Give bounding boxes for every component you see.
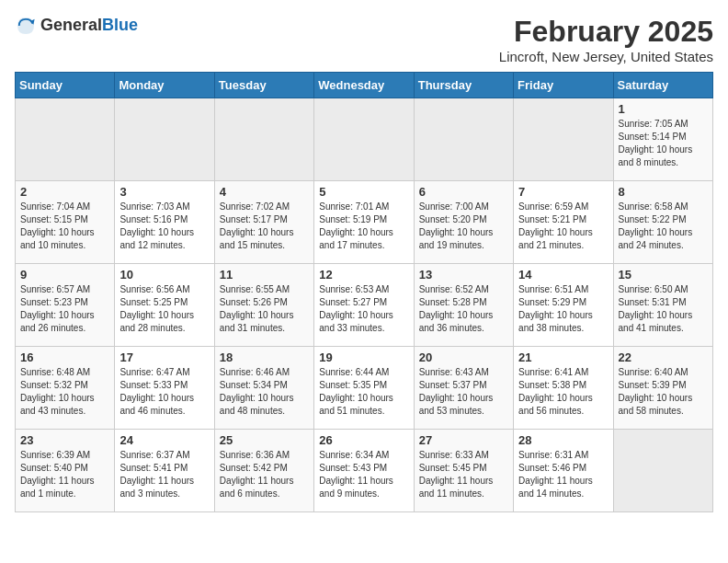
day-info: Sunrise: 6:57 AMSunset: 5:23 PMDaylight:…	[20, 283, 109, 335]
day-info: Sunrise: 6:47 AMSunset: 5:33 PMDaylight:…	[119, 366, 209, 418]
day-info: Sunrise: 6:44 AMSunset: 5:35 PMDaylight:…	[319, 366, 408, 418]
day-info: Sunrise: 6:33 AMSunset: 5:45 PMDaylight:…	[419, 449, 508, 500]
day-info: Sunrise: 7:05 AMSunset: 5:14 PMDaylight:…	[619, 118, 708, 169]
logo-general-text: General	[40, 16, 102, 34]
day-number: 28	[518, 433, 608, 447]
weekday-header-monday: Monday	[115, 73, 214, 98]
calendar-cell: 22Sunrise: 6:40 AMSunset: 5:39 PMDayligh…	[613, 347, 712, 430]
location-title: Lincroft, New Jersey, United States	[499, 49, 713, 64]
day-info: Sunrise: 6:58 AMSunset: 5:22 PMDaylight:…	[619, 201, 708, 252]
calendar-cell	[214, 98, 313, 181]
calendar-cell: 19Sunrise: 6:44 AMSunset: 5:35 PMDayligh…	[314, 347, 414, 430]
day-info: Sunrise: 6:37 AMSunset: 5:41 PMDaylight:…	[119, 449, 209, 500]
day-info: Sunrise: 6:48 AMSunset: 5:32 PMDaylight:…	[20, 366, 109, 418]
calendar-cell: 9Sunrise: 6:57 AMSunset: 5:23 PMDaylight…	[16, 264, 115, 347]
day-number: 10	[119, 268, 209, 282]
day-number: 20	[419, 350, 508, 364]
logo-blue-text: Blue	[102, 16, 138, 34]
calendar-cell: 14Sunrise: 6:51 AMSunset: 5:29 PMDayligh…	[514, 264, 613, 347]
calendar-cell: 18Sunrise: 6:46 AMSunset: 5:34 PMDayligh…	[214, 347, 313, 430]
day-info: Sunrise: 6:40 AMSunset: 5:39 PMDaylight:…	[619, 366, 708, 418]
calendar-cell	[414, 98, 513, 181]
calendar-cell: 6Sunrise: 7:00 AMSunset: 5:20 PMDaylight…	[414, 181, 513, 264]
day-number: 15	[619, 268, 708, 282]
day-number: 16	[20, 350, 109, 364]
month-title: February 2025	[499, 15, 713, 49]
day-number: 8	[619, 185, 708, 199]
weekday-header-thursday: Thursday	[414, 73, 513, 98]
calendar-cell: 27Sunrise: 6:33 AMSunset: 5:45 PMDayligh…	[414, 430, 513, 512]
calendar-cell: 8Sunrise: 6:58 AMSunset: 5:22 PMDaylight…	[613, 181, 712, 264]
day-number: 23	[20, 433, 109, 447]
day-number: 18	[220, 350, 309, 364]
day-number: 11	[220, 268, 309, 282]
title-section: February 2025 Lincroft, New Jersey, Unit…	[499, 15, 713, 64]
day-info: Sunrise: 6:55 AMSunset: 5:26 PMDaylight:…	[220, 283, 309, 335]
day-info: Sunrise: 7:03 AMSunset: 5:16 PMDaylight:…	[119, 201, 209, 252]
calendar-cell: 21Sunrise: 6:41 AMSunset: 5:38 PMDayligh…	[514, 347, 613, 430]
week-row-2: 2Sunrise: 7:04 AMSunset: 5:15 PMDaylight…	[16, 181, 713, 264]
logo: GeneralBlue	[15, 15, 138, 37]
weekday-header-tuesday: Tuesday	[214, 73, 313, 98]
day-info: Sunrise: 6:36 AMSunset: 5:42 PMDaylight:…	[220, 449, 309, 500]
day-number: 4	[220, 185, 309, 199]
calendar-cell: 28Sunrise: 6:31 AMSunset: 5:46 PMDayligh…	[514, 430, 613, 512]
day-number: 27	[419, 433, 508, 447]
calendar-cell: 15Sunrise: 6:50 AMSunset: 5:31 PMDayligh…	[613, 264, 712, 347]
day-number: 2	[20, 185, 109, 199]
calendar-cell: 2Sunrise: 7:04 AMSunset: 5:15 PMDaylight…	[16, 181, 115, 264]
day-info: Sunrise: 6:50 AMSunset: 5:31 PMDaylight:…	[619, 283, 708, 335]
calendar-cell	[514, 98, 613, 181]
day-info: Sunrise: 6:41 AMSunset: 5:38 PMDaylight:…	[518, 366, 608, 418]
day-info: Sunrise: 6:39 AMSunset: 5:40 PMDaylight:…	[20, 449, 109, 500]
week-row-5: 23Sunrise: 6:39 AMSunset: 5:40 PMDayligh…	[16, 430, 713, 512]
day-info: Sunrise: 6:34 AMSunset: 5:43 PMDaylight:…	[319, 449, 408, 500]
day-number: 25	[220, 433, 309, 447]
day-info: Sunrise: 7:04 AMSunset: 5:15 PMDaylight:…	[20, 201, 109, 252]
calendar-cell: 13Sunrise: 6:52 AMSunset: 5:28 PMDayligh…	[414, 264, 513, 347]
day-number: 3	[119, 185, 209, 199]
calendar-cell: 17Sunrise: 6:47 AMSunset: 5:33 PMDayligh…	[115, 347, 214, 430]
calendar-cell: 7Sunrise: 6:59 AMSunset: 5:21 PMDaylight…	[514, 181, 613, 264]
day-number: 14	[518, 268, 608, 282]
week-row-3: 9Sunrise: 6:57 AMSunset: 5:23 PMDaylight…	[16, 264, 713, 347]
day-info: Sunrise: 7:01 AMSunset: 5:19 PMDaylight:…	[319, 201, 408, 252]
day-number: 1	[619, 102, 708, 116]
day-number: 19	[319, 350, 408, 364]
calendar-cell	[115, 98, 214, 181]
day-number: 24	[119, 433, 209, 447]
day-number: 26	[319, 433, 408, 447]
day-info: Sunrise: 6:52 AMSunset: 5:28 PMDaylight:…	[419, 283, 508, 335]
page-header: GeneralBlue February 2025 Lincroft, New …	[15, 15, 713, 64]
weekday-header-row: SundayMondayTuesdayWednesdayThursdayFrid…	[16, 73, 713, 98]
day-number: 21	[518, 350, 608, 364]
calendar-cell: 25Sunrise: 6:36 AMSunset: 5:42 PMDayligh…	[214, 430, 313, 512]
day-number: 12	[319, 268, 408, 282]
day-info: Sunrise: 6:56 AMSunset: 5:25 PMDaylight:…	[119, 283, 209, 335]
calendar-cell: 1Sunrise: 7:05 AMSunset: 5:14 PMDaylight…	[613, 98, 712, 181]
day-number: 9	[20, 268, 109, 282]
weekday-header-saturday: Saturday	[613, 73, 712, 98]
day-number: 13	[419, 268, 508, 282]
day-number: 7	[518, 185, 608, 199]
calendar-cell: 4Sunrise: 7:02 AMSunset: 5:17 PMDaylight…	[214, 181, 313, 264]
day-info: Sunrise: 6:59 AMSunset: 5:21 PMDaylight:…	[518, 201, 608, 252]
day-info: Sunrise: 7:02 AMSunset: 5:17 PMDaylight:…	[220, 201, 309, 252]
calendar-cell	[16, 98, 115, 181]
day-number: 6	[419, 185, 508, 199]
day-info: Sunrise: 6:53 AMSunset: 5:27 PMDaylight:…	[319, 283, 408, 335]
calendar-cell: 16Sunrise: 6:48 AMSunset: 5:32 PMDayligh…	[16, 347, 115, 430]
day-info: Sunrise: 7:00 AMSunset: 5:20 PMDaylight:…	[419, 201, 508, 252]
weekday-header-sunday: Sunday	[16, 73, 115, 98]
calendar-table: SundayMondayTuesdayWednesdayThursdayFrid…	[15, 72, 713, 512]
calendar-cell: 11Sunrise: 6:55 AMSunset: 5:26 PMDayligh…	[214, 264, 313, 347]
day-number: 22	[619, 350, 708, 364]
day-number: 17	[119, 350, 209, 364]
weekday-header-friday: Friday	[514, 73, 613, 98]
week-row-1: 1Sunrise: 7:05 AMSunset: 5:14 PMDaylight…	[16, 98, 713, 181]
calendar-cell: 3Sunrise: 7:03 AMSunset: 5:16 PMDaylight…	[115, 181, 214, 264]
calendar-cell: 5Sunrise: 7:01 AMSunset: 5:19 PMDaylight…	[314, 181, 414, 264]
day-info: Sunrise: 6:43 AMSunset: 5:37 PMDaylight:…	[419, 366, 508, 418]
day-info: Sunrise: 6:46 AMSunset: 5:34 PMDaylight:…	[220, 366, 309, 418]
day-info: Sunrise: 6:31 AMSunset: 5:46 PMDaylight:…	[518, 449, 608, 500]
